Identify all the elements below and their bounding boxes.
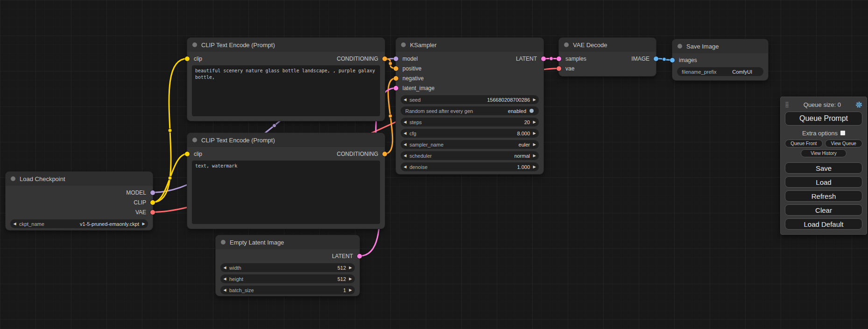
increase-arrow-icon[interactable]: ▶ — [530, 129, 539, 138]
positive-input-port[interactable] — [394, 66, 398, 71]
settings-gear-icon[interactable] — [855, 101, 862, 108]
images-input-port[interactable] — [670, 58, 675, 63]
view-history-button[interactable]: View History — [801, 149, 847, 157]
node-title-bar[interactable]: Load Checkpoint — [6, 172, 153, 186]
node-save-image[interactable]: Save Image images filename_prefix ComfyU… — [672, 39, 768, 80]
next-value-arrow-icon[interactable]: ▶ — [530, 151, 539, 160]
load-default-button[interactable]: Load Default — [785, 218, 862, 230]
decrease-arrow-icon[interactable]: ◀ — [220, 286, 229, 294]
node-title-bar[interactable]: CLIP Text Encode (Prompt) — [187, 38, 385, 52]
decrease-arrow-icon[interactable]: ◀ — [401, 129, 409, 138]
widget-value: normal — [514, 153, 530, 159]
increase-arrow-icon[interactable]: ▶ — [530, 162, 539, 171]
clear-button[interactable]: Clear — [785, 204, 862, 216]
latent-image-input-port[interactable] — [394, 86, 398, 91]
load-button[interactable]: Load — [785, 176, 862, 188]
collapse-dot[interactable] — [192, 42, 197, 47]
decrease-arrow-icon[interactable]: ◀ — [401, 162, 409, 171]
extra-options-checkbox[interactable] — [840, 131, 845, 135]
toggle-indicator-icon[interactable] — [529, 109, 534, 113]
increase-arrow-icon[interactable]: ▶ — [346, 263, 355, 272]
widget-value: v1-5-pruned-emaonly.ckpt — [80, 221, 139, 227]
next-value-arrow-icon[interactable]: ▶ — [139, 219, 148, 228]
view-queue-button[interactable]: View Queue — [825, 140, 863, 147]
samples-input-port[interactable] — [557, 56, 561, 61]
widget-value: 20 — [524, 119, 530, 125]
decrease-arrow-icon[interactable]: ◀ — [220, 263, 229, 272]
collapse-dot[interactable] — [564, 42, 569, 47]
prev-value-arrow-icon[interactable]: ◀ — [401, 151, 409, 160]
batch-size-widget[interactable]: ◀ batch_size 1 ▶ — [220, 286, 355, 294]
refresh-button[interactable]: Refresh — [785, 190, 862, 202]
next-value-arrow-icon[interactable]: ▶ — [530, 140, 539, 149]
negative-input-port[interactable] — [394, 76, 398, 81]
decrease-arrow-icon[interactable]: ◀ — [401, 118, 409, 126]
node-empty-latent-image[interactable]: Empty Latent Image LATENT ◀ width 512 ▶ … — [216, 235, 360, 296]
collapse-dot[interactable] — [221, 240, 226, 245]
node-clip-text-encode-positive[interactable]: CLIP Text Encode (Prompt) clip CONDITION… — [187, 38, 385, 121]
increase-arrow-icon[interactable]: ▶ — [530, 95, 539, 104]
clip-output-port[interactable] — [150, 200, 155, 205]
node-clip-text-encode-negative[interactable]: CLIP Text Encode (Prompt) clip CONDITION… — [187, 133, 385, 229]
save-button[interactable]: Save — [785, 162, 862, 174]
height-widget[interactable]: ◀ height 512 ▶ — [220, 274, 355, 283]
vae-output-slot: VAE — [79, 207, 153, 217]
node-title-bar[interactable]: Save Image — [672, 39, 768, 53]
node-ksampler[interactable]: KSampler model positive negative lat — [396, 38, 543, 174]
prompt-text-input[interactable]: beautiful scenery nature glass bottle la… — [192, 65, 380, 116]
widget-label: Random seed after every gen — [405, 108, 473, 114]
prev-value-arrow-icon[interactable]: ◀ — [10, 219, 19, 228]
collapse-dot[interactable] — [192, 138, 197, 142]
negative-input-slot: negative — [396, 73, 470, 83]
model-input-port[interactable] — [394, 56, 398, 61]
model-output-port[interactable] — [150, 190, 155, 195]
filename-prefix-widget[interactable]: filename_prefix ComfyUI — [677, 67, 763, 76]
vae-input-port[interactable] — [557, 66, 561, 71]
clip-input-label: clip — [194, 56, 202, 62]
latent-output-port[interactable] — [357, 254, 362, 259]
sampler-name-widget[interactable]: ◀ sampler_name euler ▶ — [401, 140, 539, 149]
node-title-bar[interactable]: CLIP Text Encode (Prompt) — [187, 133, 385, 147]
vae-output-port[interactable] — [150, 210, 155, 215]
node-load-checkpoint[interactable]: Load Checkpoint MODEL CLIP VAE ◀ — [6, 172, 153, 230]
steps-widget[interactable]: ◀ steps 20 ▶ — [401, 118, 539, 126]
width-widget[interactable]: ◀ width 512 ▶ — [220, 263, 355, 272]
queue-front-button[interactable]: Queue Front — [785, 140, 823, 147]
link-midpoint-dot — [388, 114, 392, 118]
node-title-bar[interactable]: Empty Latent Image — [216, 235, 360, 249]
prompt-text-input[interactable]: text, watermark — [192, 161, 380, 224]
node-title: Empty Latent Image — [230, 239, 284, 246]
decrease-arrow-icon[interactable]: ◀ — [220, 274, 229, 283]
node-title-bar[interactable]: VAE Decode — [559, 38, 656, 52]
increase-arrow-icon[interactable]: ▶ — [346, 274, 355, 283]
collapse-dot[interactable] — [401, 42, 406, 47]
seed-widget[interactable]: ◀ seed 156680208700286 ▶ — [401, 95, 539, 104]
widget-label: cfg — [409, 131, 416, 136]
latent-output-port[interactable] — [541, 56, 546, 61]
drag-handle-icon[interactable]: ⣿ — [785, 101, 789, 108]
widget-value: ComfyUI — [732, 69, 759, 75]
ckpt-name-widget[interactable]: ◀ ckpt_name v1-5-pruned-emaonly.ckpt ▶ — [10, 219, 148, 228]
collapse-dot[interactable] — [677, 44, 682, 49]
decrease-arrow-icon[interactable]: ◀ — [401, 95, 409, 104]
queue-size-label: Queue size: 0 — [789, 101, 855, 108]
denoise-widget[interactable]: ◀ denoise 1.000 ▶ — [401, 162, 539, 171]
image-output-port[interactable] — [654, 56, 658, 61]
conditioning-output-port[interactable] — [382, 56, 387, 61]
vae-input-slot: vae — [559, 63, 607, 73]
random-seed-toggle-widget[interactable]: Random seed after every gen enabled — [401, 106, 539, 115]
conditioning-output-port[interactable] — [382, 152, 387, 156]
clip-input-port[interactable] — [185, 152, 190, 156]
node-title-bar[interactable]: KSampler — [396, 38, 543, 52]
cfg-widget[interactable]: ◀ cfg 8.000 ▶ — [401, 129, 539, 138]
node-graph-canvas[interactable]: Load Checkpoint MODEL CLIP VAE ◀ — [0, 0, 868, 329]
increase-arrow-icon[interactable]: ▶ — [346, 286, 355, 294]
clip-input-port[interactable] — [185, 56, 190, 61]
collapse-dot[interactable] — [11, 176, 15, 181]
queue-prompt-button[interactable]: Queue Prompt — [785, 112, 862, 126]
prev-value-arrow-icon[interactable]: ◀ — [401, 140, 409, 149]
increase-arrow-icon[interactable]: ▶ — [530, 118, 539, 126]
scheduler-widget[interactable]: ◀ scheduler normal ▶ — [401, 151, 539, 160]
widget-value: 512 — [338, 265, 346, 271]
node-vae-decode[interactable]: VAE Decode samples vae IMAGE — [559, 38, 656, 76]
